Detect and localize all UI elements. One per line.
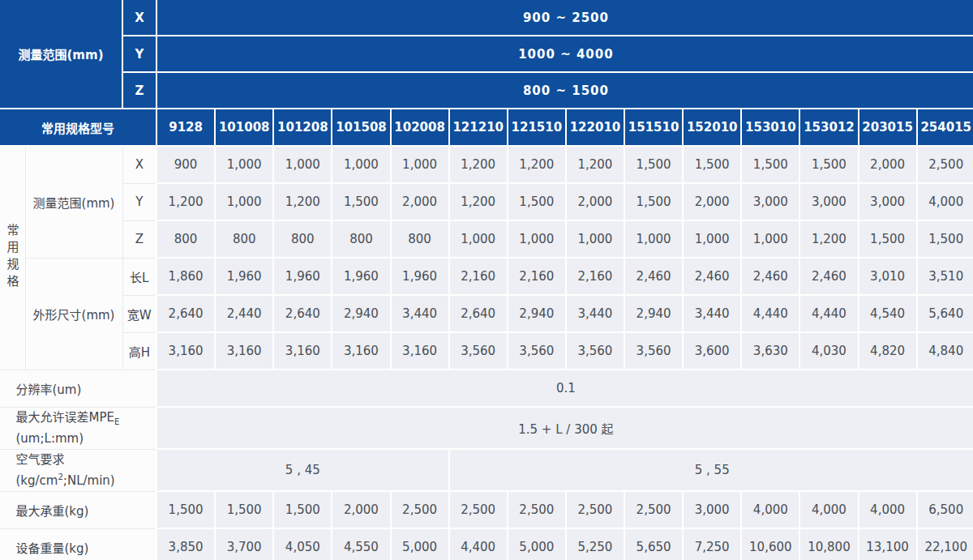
data-cell: 2,500 (391, 491, 449, 528)
mpe-label: 最大允许误差MPEE(um;L:mm) (0, 407, 156, 449)
axis-label-x: X (122, 0, 156, 36)
mpe-label-line2: (um;L:mm) (16, 431, 84, 446)
data-cell: 1,960 (332, 258, 390, 295)
range-row-z: Z 800 ~ 1500 (0, 72, 973, 109)
dimensions-label: 外形尺寸(mm) (25, 258, 122, 370)
data-cell: 3,160 (332, 332, 390, 370)
data-cell: 2,460 (624, 258, 683, 295)
range-value-z: 800 ~ 1500 (156, 72, 973, 109)
data-cell: 3,560 (624, 332, 683, 370)
data-cell: 3,160 (156, 332, 215, 370)
data-cell: 4,030 (799, 332, 858, 370)
data-cell: 3,160 (215, 332, 273, 370)
max-load-label: 最大承重(kg) (0, 491, 156, 528)
data-cell: 3,510 (917, 258, 973, 295)
weight-row: 设备重量(kg) 3,8503,7004,0504,5505,0004,4005… (0, 528, 973, 560)
data-cell: 4,000 (859, 491, 917, 528)
spec-table: 测量范围(mm) X 900 ~ 2500 Y 1000 ~ 4000 Z 80… (0, 0, 973, 560)
data-cell: 800 (156, 220, 215, 258)
mpe-row: 最大允许误差MPEE(um;L:mm) 1.5 + L / 300 起 (0, 407, 973, 449)
range-value-y: 1000 ~ 4000 (156, 36, 973, 72)
models-header-row: 常用规格型号 912810100810120810150810200812121… (0, 109, 973, 146)
measuring-range-label: 测量范围(mm) (25, 146, 122, 258)
air-label-line2-post: ;NL/min) (63, 473, 115, 488)
data-cell: 800 (391, 220, 449, 258)
data-cell: 2,160 (508, 258, 566, 295)
model-header-cell: 153012 (799, 109, 858, 146)
data-cell: 2,000 (332, 491, 390, 528)
model-header-cell: 9128 (156, 109, 215, 146)
data-cell: 800 (332, 220, 390, 258)
data-cell: 3,000 (859, 183, 917, 220)
data-cell: 1,200 (156, 183, 215, 220)
data-cell: 13,100 (859, 528, 917, 560)
air-value-left: 5 , 45 (156, 449, 449, 491)
mpe-label-subscript: E (114, 417, 119, 426)
data-cell: 2,940 (624, 295, 683, 332)
row-label-y: Y (122, 183, 156, 220)
row-label-length: 长L (122, 258, 156, 295)
resolution-label: 分辨率(um) (0, 370, 156, 407)
spec-row-y: Y 1,2001,0001,2001,5002,0001,2001,5002,0… (0, 183, 973, 220)
spec-row-x: 常用规格 测量范围(mm) X 9001,0001,0001,0001,0001… (0, 146, 973, 183)
data-cell: 4,000 (799, 491, 858, 528)
data-cell: 1,960 (215, 258, 273, 295)
data-cell: 1,500 (215, 491, 273, 528)
model-header-cell: 152010 (683, 109, 741, 146)
row-label-width: 宽W (122, 295, 156, 332)
data-cell: 1,000 (683, 220, 741, 258)
data-cell: 22,100 (917, 528, 973, 560)
data-cell: 1,000 (215, 183, 273, 220)
data-cell: 10,600 (741, 528, 799, 560)
data-cell: 4,540 (859, 295, 917, 332)
data-cell: 3,600 (683, 332, 741, 370)
model-header-cell: 121510 (508, 109, 566, 146)
row-label-z: Z (122, 220, 156, 258)
data-cell: 2,500 (917, 146, 973, 183)
data-cell: 2,500 (624, 491, 683, 528)
data-cell: 2,000 (566, 183, 624, 220)
data-cell: 1,200 (508, 146, 566, 183)
data-cell: 4,440 (799, 295, 858, 332)
data-cell: 2,940 (508, 295, 566, 332)
data-cell: 3,630 (741, 332, 799, 370)
mpe-value: 1.5 + L / 300 起 (156, 407, 973, 449)
data-cell: 1,500 (273, 491, 332, 528)
data-cell: 1,500 (741, 146, 799, 183)
data-cell: 1,000 (508, 220, 566, 258)
spec-row-height: 高H 3,1603,1603,1603,1603,1603,5603,5603,… (0, 332, 973, 370)
data-cell: 5,640 (917, 295, 973, 332)
model-header-cell: 101508 (332, 109, 390, 146)
data-cell: 4,440 (741, 295, 799, 332)
model-header-cell: 203015 (859, 109, 917, 146)
model-header-cell: 101008 (215, 109, 273, 146)
data-cell: 1,000 (391, 146, 449, 183)
data-cell: 2,000 (683, 183, 741, 220)
data-cell: 3,560 (566, 332, 624, 370)
model-header-cell: 121210 (449, 109, 508, 146)
range-row-y: Y 1000 ~ 4000 (0, 36, 973, 72)
data-cell: 1,000 (449, 220, 508, 258)
data-cell: 3,700 (215, 528, 273, 560)
row-label-height: 高H (122, 332, 156, 370)
measuring-range-title: 测量范围(mm) (0, 0, 122, 109)
data-cell: 3,010 (859, 258, 917, 295)
data-cell: 7,250 (683, 528, 741, 560)
data-cell: 1,500 (156, 491, 215, 528)
spec-row-width: 宽W 2,6402,4402,6402,9403,4402,6402,9403,… (0, 295, 973, 332)
data-cell: 3,000 (683, 491, 741, 528)
data-cell: 1,500 (624, 183, 683, 220)
air-value-right: 5 , 55 (449, 449, 973, 491)
data-cell: 2,500 (566, 491, 624, 528)
data-cell: 4,550 (332, 528, 390, 560)
data-cell: 1,500 (859, 220, 917, 258)
data-cell: 5,000 (391, 528, 449, 560)
data-cell: 1,500 (917, 220, 973, 258)
data-cell: 3,000 (799, 183, 858, 220)
data-cell: 900 (156, 146, 215, 183)
data-cell: 2,160 (449, 258, 508, 295)
data-cell: 1,500 (799, 146, 858, 183)
model-header-cell: 122010 (566, 109, 624, 146)
model-header-cell: 153010 (741, 109, 799, 146)
air-label-line1: 空气要求 (16, 452, 65, 467)
